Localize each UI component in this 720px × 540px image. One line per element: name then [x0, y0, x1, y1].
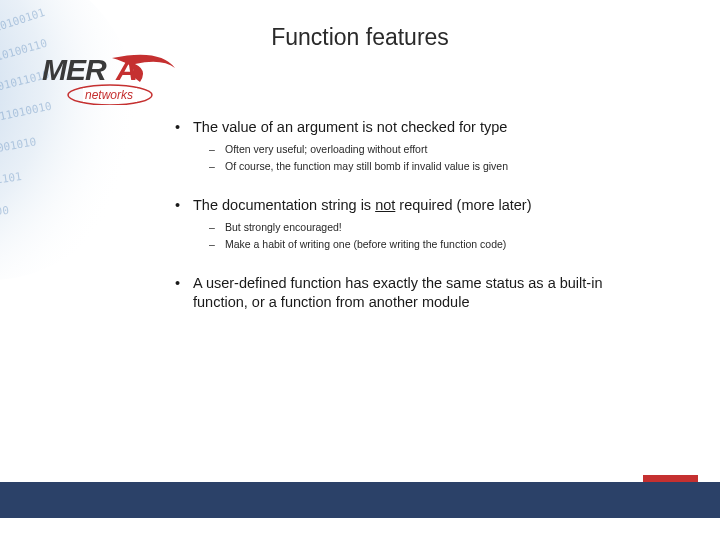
- bullet-3: A user-defined function has exactly the …: [175, 274, 655, 313]
- svg-text:0101101001010: 0101101001010: [0, 135, 37, 163]
- svg-text:networks: networks: [85, 88, 133, 102]
- bullet-1-sub-1: Often very useful; overloading without e…: [175, 142, 655, 157]
- bullet-1: The value of an argument is not checked …: [175, 118, 655, 138]
- mera-networks-logo: MER A networks: [40, 50, 180, 105]
- footer-bar: [0, 482, 720, 518]
- svg-text:MER: MER: [42, 53, 107, 86]
- svg-text:010110100: 010110100: [0, 204, 10, 223]
- slide-content: The value of an argument is not checked …: [175, 118, 655, 335]
- svg-text:10100101101: 10100101101: [0, 170, 23, 193]
- footer-red-accent: [643, 475, 698, 482]
- slide-title: Function features: [0, 24, 720, 51]
- bullet-2-sub-1: But strongly encouraged!: [175, 220, 655, 235]
- bullet-1-sub-2: Of course, the function may still bomb i…: [175, 159, 655, 174]
- bullet-2: The documentation string is not required…: [175, 196, 655, 216]
- bullet-2-sub-2: Make a habit of writing one (before writ…: [175, 237, 655, 252]
